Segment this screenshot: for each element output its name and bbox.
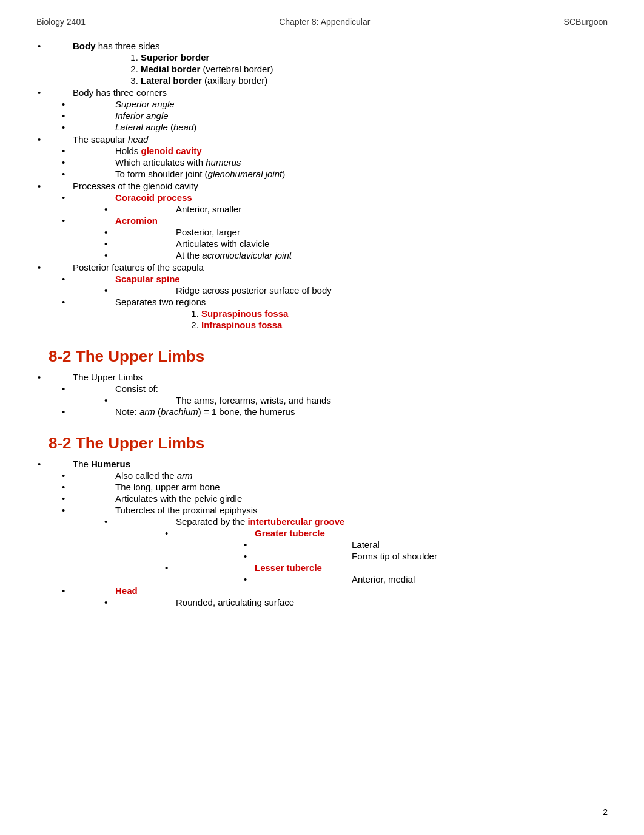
humerus-italic: humerus [206,157,241,167]
list-item: Greater tubercle Lateral Forms tip of sh… [176,528,595,561]
list-item: The scapular head Holds glenoid cavity W… [49,134,595,179]
section-heading-upper-limbs-2: 8-2 The Upper Limbs [49,434,595,453]
humerus-sub: Also called the arm The long, upper arm … [73,470,595,607]
list-item: Which articulates with humerus [73,157,595,167]
head-italic: head [173,122,193,132]
upper-limbs-intro-list: The Upper Limbs Consist of: The arms, fo… [49,372,595,417]
acromion-list: Posterior, larger Articulates with clavi… [115,227,595,260]
body-label: Body [73,41,96,51]
list-item: The Upper Limbs Consist of: The arms, fo… [49,372,595,417]
list-item: Supraspinous fossa Infraspinous fossa [115,308,595,330]
acromion: Acromion [115,215,158,226]
lateral-angle: Lateral angle [115,122,168,132]
list-item: Ridge across posterior surface of body [115,285,595,296]
list-item: Scapular spine Ridge across posterior su… [73,274,595,296]
page-content: Body has three sides Superior border Med… [0,33,644,646]
consist-of: The arms, forearms, wrists, and hands [115,395,595,405]
list-item: Medial border (vertebral border) [141,64,595,74]
list-item: At the acromioclavicular joint [115,250,595,260]
list-item: Also called the arm [73,470,595,481]
tubercles-list: Separated by the intertubercular groove … [115,516,595,584]
superior-border: Superior border [141,52,209,63]
header-right: SCBurgoon [564,17,608,27]
list-item: Articulates with the pelvic girdle [73,493,595,504]
list-item: Posterior, larger [115,227,595,237]
intertubercular-groove: intertubercular groove [247,516,344,527]
list-item: The arms, forearms, wrists, and hands [115,395,595,405]
list-item: Consist of: The arms, forearms, wrists, … [73,384,595,405]
glenohumeral: glenohumeral joint [208,169,283,179]
processes-list: Coracoid process Anterior, smaller Acrom… [73,192,595,260]
list-item: Superior border [141,52,595,63]
list-item: Anterior, smaller [115,204,595,214]
groove-sub: Greater tubercle Lateral Forms tip of sh… [176,528,595,584]
page-number: 2 [603,807,608,817]
list-item: Holds glenoid cavity [73,146,595,156]
header-left: Biology 2401 [36,17,86,27]
head-sub: Rounded, articulating surface [115,597,595,607]
list-item: Rounded, articulating surface [115,597,595,607]
list-item: Anterior, medial [255,574,595,584]
list-item: Superior border Medial border (vertebral… [73,52,595,86]
list-item: Processes of the glenoid cavity Coracoid… [49,181,595,260]
list-item: Infraspinous fossa [201,320,595,330]
list-item: Forms tip of shoulder [255,551,595,561]
infraspinous-fossa: Infraspinous fossa [201,320,282,330]
lesser-tubercle: Lesser tubercle [255,563,322,573]
medial-border: Medial border [141,64,200,74]
greater-tubercle: Greater tubercle [255,528,325,538]
scapular-head: head [128,134,148,144]
list-item: Posterior features of the scapula Scapul… [49,262,595,330]
scapular-spine: Scapular spine [115,274,180,284]
list-item: Body has three sides Superior border Med… [49,41,595,86]
header-center: Chapter 8: Appendicular [279,17,370,27]
head-red: Head [115,586,138,596]
body-sides: Superior border Medial border (vertebral… [73,52,595,86]
list-item: Coracoid process Anterior, smaller [73,192,595,214]
list-item: The long, upper arm bone [73,482,595,492]
list-item: Lateral [255,539,595,550]
list-item: Lateral angle (head) [73,122,595,132]
list-item: Separates two regions Supraspinous fossa… [73,297,595,330]
lesser-sub: Anterior, medial [255,574,595,584]
arm-italic: arm [139,407,155,417]
scapular-head-list: Holds glenoid cavity Which articulates w… [73,146,595,179]
list-item: Acromion Posterior, larger Articulates w… [73,215,595,260]
spine-sub: Ridge across posterior surface of body [115,285,595,296]
upper-limbs-sub: Consist of: The arms, forearms, wrists, … [73,384,595,417]
list-item: Articulates with clavicle [115,238,595,249]
glenoid-cavity: glenoid cavity [141,146,202,156]
list-item: Body has three corners Superior angle In… [49,87,595,132]
corners-list: Superior angle Inferior angle Lateral an… [73,99,595,132]
regions-list: Supraspinous fossa Infraspinous fossa [115,308,595,330]
arm-label: arm [177,470,193,481]
list-item: The Humerus Also called the arm The long… [49,459,595,607]
list-item: To form shoulder joint (glenohumeral joi… [73,169,595,179]
list-item: Inferior angle [73,110,595,121]
coracoid-process: Coracoid process [115,192,192,203]
humerus-list: The Humerus Also called the arm The long… [49,459,595,607]
humerus-bold: Humerus [91,459,130,469]
acromioclavicular: acromioclavicular joint [202,250,292,260]
list-item: Supraspinous fossa [201,308,595,319]
list-item: Lesser tubercle Anterior, medial [176,563,595,584]
superior-angle: Superior angle [115,99,175,109]
supraspinous-fossa: Supraspinous fossa [201,308,288,319]
inferior-angle: Inferior angle [115,110,169,121]
list-item: Tubercles of the proximal epiphysis Sepa… [73,505,595,584]
posterior-list: Scapular spine Ridge across posterior su… [73,274,595,330]
section-heading-upper-limbs-1: 8-2 The Upper Limbs [49,347,595,366]
list-item: Note: arm (brachium) = 1 bone, the humer… [73,407,595,417]
list-item: Superior angle [73,99,595,109]
page-header: Biology 2401 Chapter 8: Appendicular SCB… [0,0,644,33]
lateral-border: Lateral border [141,75,202,86]
list-item: Separated by the intertubercular groove … [115,516,595,584]
list-item: Lateral border (axillary border) [141,75,595,86]
scapula-list: Body has three sides Superior border Med… [49,41,595,330]
brachium-italic: brachium [161,407,198,417]
coracoid-list: Anterior, smaller [115,204,595,214]
list-item: Head Rounded, articulating surface [73,586,595,607]
greater-sub: Lateral Forms tip of shoulder [255,539,595,561]
